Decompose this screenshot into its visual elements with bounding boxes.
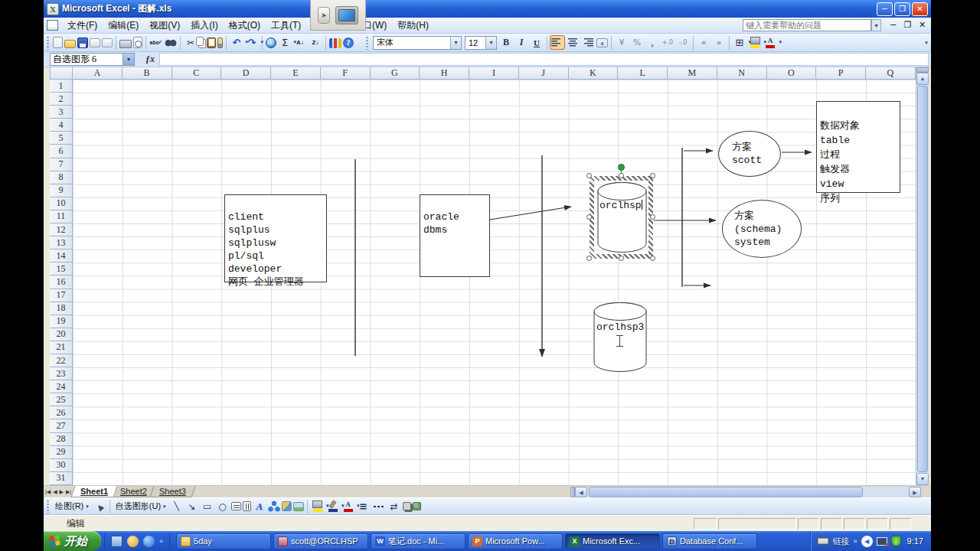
scroll-down-icon[interactable]: ▼ [916, 473, 929, 485]
text-box-icon[interactable] [231, 502, 241, 510]
column-header-O[interactable]: O [767, 67, 817, 80]
column-header-J[interactable]: J [519, 67, 569, 80]
increase-indent-icon[interactable] [712, 36, 726, 49]
scroll-right-icon[interactable]: ▶ [909, 487, 921, 497]
print-preview-icon[interactable] [133, 37, 142, 48]
selection-handle[interactable] [586, 214, 592, 220]
menu-item-4[interactable]: 插入(I) [185, 18, 223, 34]
sheet-tab-sheet1[interactable]: Sheet1 [71, 486, 118, 497]
insert-function-icon[interactable]: ƒx [145, 54, 155, 65]
permission-icon[interactable] [90, 38, 100, 47]
row-header-7[interactable]: 7 [50, 158, 73, 171]
row-header-30[interactable]: 30 [50, 459, 73, 472]
decrease-decimal-icon[interactable] [676, 36, 690, 49]
formatting-toolbar-grip[interactable] [365, 36, 369, 50]
column-header-D[interactable]: D [221, 67, 271, 80]
next-sheet-button[interactable]: ▶ [60, 489, 64, 495]
horizontal-scroll-thumb[interactable] [589, 487, 863, 497]
name-box-dropdown-icon[interactable]: ▾ [123, 53, 135, 66]
column-header-L[interactable]: L [618, 67, 668, 80]
row-header-10[interactable]: 10 [50, 197, 73, 210]
row-header-31[interactable]: 31 [50, 472, 73, 485]
drawing-toolbar-grip[interactable] [46, 500, 50, 514]
column-header-M[interactable]: M [668, 67, 717, 80]
messenger-icon[interactable] [143, 536, 155, 547]
row-header-27[interactable]: 27 [50, 419, 73, 432]
underline-icon[interactable] [530, 36, 544, 49]
taskbar-button-excel[interactable]: XMicrosoft Exc... [565, 533, 660, 549]
borders-icon[interactable] [733, 36, 746, 49]
percent-icon[interactable] [630, 36, 644, 49]
copy-icon[interactable] [196, 37, 204, 46]
comma-icon[interactable] [645, 36, 659, 49]
horizontal-scrollbar[interactable] [587, 487, 909, 497]
column-header-F[interactable]: F [321, 67, 371, 80]
row-header-6[interactable]: 6 [50, 145, 73, 158]
menu-item-6[interactable]: 工具(T) [266, 18, 306, 34]
client-box[interactable]: client sqlplus sqlplusw pl/sql developer… [224, 194, 327, 282]
vertical-text-box-icon[interactable] [243, 501, 251, 511]
wordart-icon[interactable] [253, 500, 266, 513]
mail-icon[interactable] [102, 38, 113, 47]
selection-handle[interactable] [586, 173, 592, 178]
toolbar-options-button[interactable]: ▾ [922, 35, 931, 51]
row-header-14[interactable]: 14 [50, 249, 73, 262]
workbook-icon[interactable] [47, 20, 58, 31]
row-header-17[interactable]: 17 [50, 289, 73, 302]
row-header-20[interactable]: 20 [50, 328, 73, 341]
doc-close-button[interactable]: ✕ [916, 20, 928, 31]
column-header-P[interactable]: P [816, 67, 866, 80]
font-color-icon[interactable] [341, 500, 355, 513]
row-header-8[interactable]: 8 [50, 171, 73, 184]
spelling-icon[interactable] [149, 36, 163, 49]
menu-item-2[interactable]: 编辑(E) [103, 18, 144, 34]
vertical-scroll-thumb[interactable] [917, 86, 928, 472]
recorder-next-arrow-icon[interactable]: ➤ [318, 7, 330, 24]
italic-icon[interactable] [514, 36, 528, 49]
font-size-dropdown-icon[interactable]: ▾ [485, 37, 496, 49]
show-desktop-icon[interactable] [111, 536, 122, 547]
vertical-split-box[interactable] [916, 67, 929, 73]
links-toolbar-label[interactable]: 链接 [833, 536, 850, 547]
print-icon[interactable] [119, 40, 132, 48]
first-sheet-button[interactable]: |◀ [45, 489, 51, 495]
shadow-style-icon[interactable] [403, 502, 411, 510]
media-player-icon[interactable] [127, 536, 139, 547]
recorder-monitor-icon[interactable] [335, 6, 358, 24]
restore-button[interactable]: ❐ [894, 2, 910, 16]
row-header-26[interactable]: 26 [50, 406, 73, 419]
paste-icon[interactable] [207, 37, 216, 48]
align-left-icon[interactable] [550, 36, 564, 49]
line-color-icon[interactable] [326, 500, 340, 513]
help-question-input[interactable] [743, 19, 871, 31]
selection-handle[interactable] [650, 214, 655, 220]
column-header-Q[interactable]: Q [866, 67, 916, 80]
merge-center-icon[interactable] [596, 38, 608, 47]
decrease-indent-icon[interactable] [697, 36, 710, 49]
last-sheet-button[interactable]: ▶| [66, 489, 71, 495]
help-icon[interactable] [343, 37, 354, 48]
column-header-I[interactable]: I [469, 67, 519, 80]
column-header-H[interactable]: H [420, 67, 469, 80]
column-header-C[interactable]: C [172, 67, 222, 80]
database-cylinder-orclhsp3[interactable]: orclhsp3 [593, 302, 647, 373]
diagram-shape-icon[interactable] [268, 500, 280, 512]
minimize-button[interactable]: ─ [877, 2, 893, 16]
standard-toolbar-grip[interactable] [46, 36, 50, 50]
align-right-icon[interactable] [581, 36, 595, 49]
row-header-19[interactable]: 19 [50, 315, 73, 328]
sort-ascending-icon[interactable] [293, 36, 307, 49]
doc-minimize-button[interactable]: ─ [887, 20, 899, 31]
increase-decimal-icon[interactable] [661, 36, 675, 49]
row-header-5[interactable]: 5 [50, 132, 73, 145]
column-header-G[interactable]: G [371, 67, 420, 80]
row-header-18[interactable]: 18 [50, 302, 73, 315]
row-header-1[interactable]: 1 [50, 80, 73, 93]
taskbar-button-folder[interactable]: 5day [176, 533, 271, 549]
row-header-24[interactable]: 24 [50, 380, 73, 393]
column-header-B[interactable]: B [122, 67, 172, 80]
row-header-23[interactable]: 23 [50, 367, 73, 380]
research-icon[interactable] [165, 37, 177, 48]
row-header-2[interactable]: 2 [50, 93, 73, 106]
fill-color-icon[interactable] [311, 500, 325, 513]
